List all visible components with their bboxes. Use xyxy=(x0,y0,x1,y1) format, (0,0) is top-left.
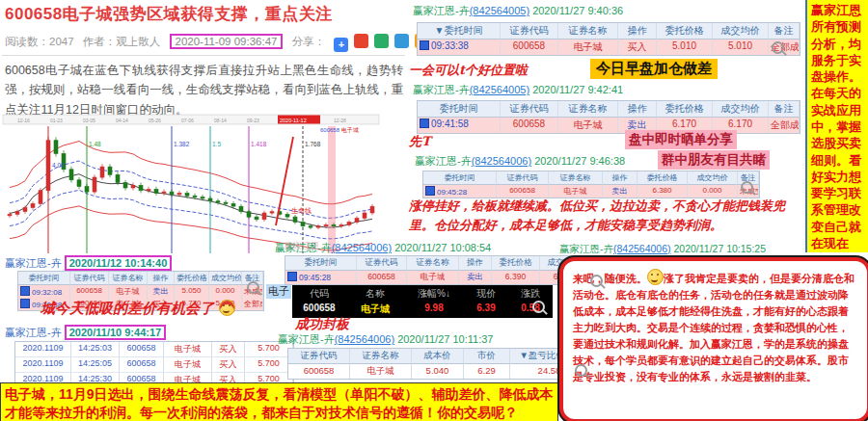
table-row: 2020.110914:25:05600658电子城买入5.700 xyxy=(15,357,293,373)
svg-text:1.768: 1.768 xyxy=(305,141,321,147)
qq-id-link[interactable]: (842564006) xyxy=(472,155,531,167)
bubble-text-pre: 来吧，随便洗。 xyxy=(573,273,647,285)
page: 600658电子城强势区域获得支撑，重点关注 阅读数：2047 作者：观上散人 … xyxy=(0,0,868,421)
svg-text:生命线: 生命线 xyxy=(291,207,312,215)
flag-icon xyxy=(20,299,30,308)
timestamp-box: 2020/11/10 9:44:17 xyxy=(65,325,166,340)
message-header: 赢家江恩-卉 2020/11/12 10:14:40 xyxy=(5,256,172,271)
table-header: 委托时间证券代码证券名称操作委托价格成交均价备注 xyxy=(423,171,759,185)
bubble-text-post: 涨了我肯定是要卖的，但是要分清底仓和活动仓。底仓有底仓的任务，活动仓的任务就是通… xyxy=(573,273,854,383)
author: 作者：观上散人 xyxy=(83,36,161,47)
username: 赢家江恩-卉 xyxy=(413,5,470,16)
svg-text:1.48: 1.48 xyxy=(89,141,101,147)
share-plus-icon[interactable]: + xyxy=(334,38,348,52)
magnifier-icon xyxy=(575,364,587,377)
svg-text:600658 电子城: 600658 电子城 xyxy=(320,126,359,134)
qq-id-link[interactable]: (842564006) xyxy=(335,333,394,345)
share-slogan-line2: 群中朋友有目共睹 xyxy=(658,150,770,170)
grin-emoji-icon xyxy=(647,269,664,285)
share-slogan-line1: 盘中即时晒单分享 xyxy=(625,130,737,149)
svg-text:07-06: 07-06 xyxy=(181,118,194,123)
qq-id-link[interactable]: (842564005) xyxy=(470,5,529,16)
svg-text:03-05: 03-05 xyxy=(83,118,95,123)
svg-text:1.418: 1.418 xyxy=(251,141,267,147)
username: 赢家江恩-卉 xyxy=(5,327,62,338)
timestamp: 2020/11/27 9:40:36 xyxy=(532,5,623,16)
first-t-annotation: 先T xyxy=(409,133,431,150)
message-header: 赢家江恩-卉(842564006) 2020/11/27 10:15:25 xyxy=(559,243,766,256)
table-row: 09:32:08600658电子城卖出5.0500.000未成交 xyxy=(18,285,263,298)
table-header: 代码名称涨幅%↓现价涨跌 xyxy=(293,286,552,302)
svg-text:2020-11-12: 2020-11-12 xyxy=(280,118,307,123)
table-header: 证券代码证券名称成本价市价▼盈亏比例(%) xyxy=(288,349,589,364)
qq-id-link[interactable]: (842564006) xyxy=(332,242,392,253)
message-header: 赢家江恩-卉 2020/11/10 9:44:17 xyxy=(5,326,166,340)
seal-board-annotation: 成功封板 xyxy=(295,316,349,333)
flag-icon xyxy=(287,272,297,281)
share-qq-icon[interactable] xyxy=(394,34,409,48)
page-title: 600658电子城强势区域获得支撑，重点关注 xyxy=(5,3,333,25)
svg-text:01-23: 01-23 xyxy=(50,118,63,123)
username: 赢家江恩-卉 xyxy=(415,155,472,167)
magnifier-icon xyxy=(247,281,259,294)
table-row: 2020.110914:25:03600658电子城买入5.700 xyxy=(15,342,293,357)
flag-icon xyxy=(420,40,429,50)
magnifier-icon xyxy=(590,275,603,287)
magnifier-icon xyxy=(741,181,753,194)
table-row: 09:33:38600658电子城买入5.0105.010全部成交 xyxy=(418,39,800,55)
limit-up-annotation: 涨停挂好，给板就继续减。低位买，边拉边卖，不贪心才能把钱装兜里。仓位分配好，成本… xyxy=(409,197,804,235)
username: 赢家江恩-卉 xyxy=(559,243,613,254)
timestamp: 2020/11/27 10:15:25 xyxy=(673,243,766,254)
flag-icon xyxy=(420,118,429,128)
table-header: 委托时间证券代码证券名称操作委托价格成交均价备注 xyxy=(18,272,263,285)
timestamp: 2020/11/27 9:42:41 xyxy=(532,84,623,95)
qq-id-link[interactable]: (842564006) xyxy=(613,243,671,254)
svg-text:05-26: 05-26 xyxy=(149,118,161,123)
table-row: 600658电子城9.986.390.58 xyxy=(293,302,552,317)
svg-text:09-23: 09-23 xyxy=(247,118,259,123)
promo-sidebar: 赢家江恩所有预测分析，均服务于实盘操作。在每天的实战应用中，掌握选股买卖细则。看… xyxy=(805,0,868,252)
quote-bar: 代码名称涨幅%↓现价涨跌600658电子城9.986.390.58 xyxy=(292,285,553,318)
message-header: 赢家江恩-卉(842564006) 2020/11/27 10:11:37 xyxy=(278,332,493,347)
magnifier-icon xyxy=(772,41,784,54)
low-buy-annotation: 城今天低吸的差价有机会了 xyxy=(41,300,235,318)
flag-icon xyxy=(20,286,30,296)
share-label: 分享： xyxy=(292,36,326,47)
timestamp-box: 2020/11/12 10:14:40 xyxy=(65,255,173,271)
morning-add-highlight: 今日早盘加仓做差 xyxy=(590,59,718,79)
share-wechat-icon[interactable] xyxy=(374,34,389,48)
article-meta: 阅读数：2047 作者：观上散人 2020-11-09 09:36:47 分享：… xyxy=(5,34,461,52)
magnifier-icon xyxy=(532,301,545,313)
message-header: 赢家江恩-卉(842564006) 2020/11/27 9:46:38 xyxy=(415,154,625,169)
order-table-3: 委托时间证券代码证券名称操作委托价格成交均价备注09:45:28600658电子… xyxy=(422,171,760,198)
svg-text:1.382: 1.382 xyxy=(174,141,190,147)
message-header: 赢家江恩-卉(842564005) 2020/11/27 9:42:41 xyxy=(413,83,623,97)
qq-id-link[interactable]: (842564005) xyxy=(470,84,529,95)
svg-text:1.5: 1.5 xyxy=(212,141,221,147)
share-weibo-icon[interactable] xyxy=(354,34,368,48)
timestamp: 2020/11/27 10:11:37 xyxy=(397,333,493,345)
stock-name-highlight: 电子 xyxy=(266,284,291,299)
svg-text:04-14: 04-14 xyxy=(116,118,128,123)
username: 赢家江恩-卉 xyxy=(275,242,332,253)
message-header: 赢家江恩-卉(842564005) 2020/11/27 9:40:36 xyxy=(413,4,623,18)
timestamp: 2020/11/27 10:08:54 xyxy=(394,242,491,253)
table-header: ▼委托时间证券代码证券名称操作委托价格成交均价备注 xyxy=(418,23,800,39)
order-table-1: ▼委托时间证券代码证券名称操作委托价格成交均价备注09:33:38600658电… xyxy=(417,22,800,56)
username: 赢家江恩-卉 xyxy=(278,333,335,345)
timestamp: 2020/11/27 9:46:38 xyxy=(534,155,625,167)
username: 赢家江恩-卉 xyxy=(413,84,470,95)
svg-text:12-28: 12-28 xyxy=(334,118,346,123)
publish-time-box: 2020-11-09 09:36:47 xyxy=(170,34,284,49)
candlestick-chart: 12-1601-2303-0504-1405-2607-0608-1409-23… xyxy=(2,114,380,262)
flag-icon xyxy=(425,186,435,196)
struggle-emoji-icon xyxy=(219,300,235,316)
message-header: 赢家江恩-卉(842564006) 2020/11/27 10:08:54 xyxy=(275,241,491,255)
read-count: 阅读数：2047 xyxy=(5,36,74,47)
username: 赢家江恩-卉 xyxy=(5,257,62,269)
good-position-annotation: 一会可以t个好位置啦 xyxy=(409,62,528,79)
speech-bubble: 来吧，随便洗。涨了我肯定是要卖的，但是要分清底仓和活动仓。底仓有底仓的任务，活动… xyxy=(559,257,868,421)
divider xyxy=(2,55,405,56)
svg-text:4.00: 4.00 xyxy=(52,162,65,169)
bottom-banner: 电子城，11月9日选出，围绕生命线震荡反复，看清模型（单阳不破）、辅助差价、降低… xyxy=(0,382,558,421)
